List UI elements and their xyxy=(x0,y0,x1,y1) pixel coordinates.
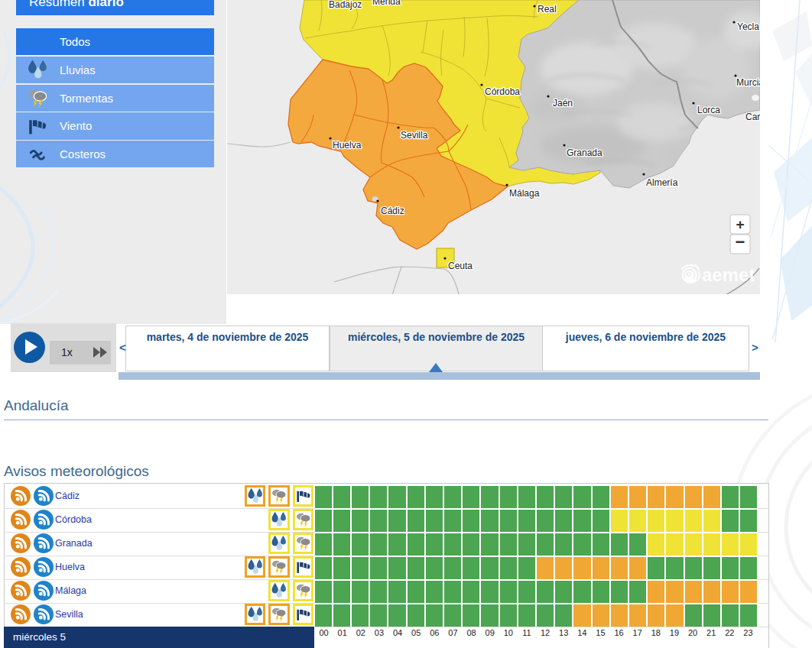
svg-text:+: + xyxy=(736,216,744,232)
svg-text:Cart: Cart xyxy=(745,112,760,122)
svg-text:Córdoba: Córdoba xyxy=(485,86,520,97)
svg-text:Yecla: Yecla xyxy=(737,21,759,32)
svg-text:Málaga: Málaga xyxy=(509,188,540,199)
svg-text:Badajoz: Badajoz xyxy=(329,0,362,10)
svg-text:Ceuta: Ceuta xyxy=(448,261,473,271)
svg-text:aemet: aemet xyxy=(702,264,755,285)
svg-text:Lorca: Lorca xyxy=(697,105,720,115)
svg-text:Granada: Granada xyxy=(567,147,603,158)
svg-text:Almería: Almería xyxy=(646,177,678,188)
svg-text:Cádiz: Cádiz xyxy=(381,206,404,216)
svg-text:Real: Real xyxy=(538,4,557,15)
svg-text:Huelva: Huelva xyxy=(333,140,362,151)
svg-text:Mérida: Mérida xyxy=(372,0,401,7)
svg-text:Jaén: Jaén xyxy=(553,98,573,109)
svg-text:−: − xyxy=(736,232,745,251)
svg-text:Sevilla: Sevilla xyxy=(401,130,428,141)
svg-text:Murcia: Murcia xyxy=(736,77,760,88)
